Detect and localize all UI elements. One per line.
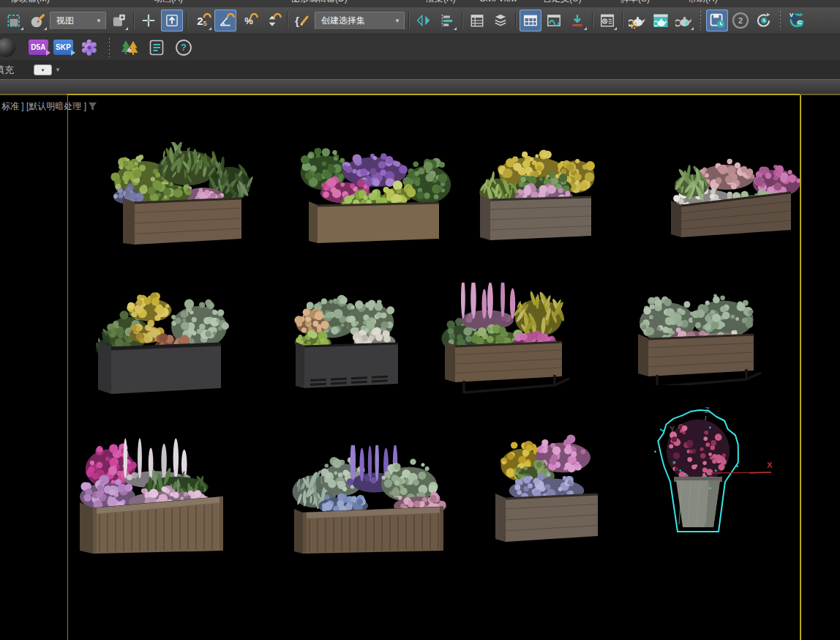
mirror-button[interactable] — [413, 10, 435, 31]
viewport-shading-label[interactable]: 标准 ] [默认明暗处理 ] — [1, 100, 86, 113]
viewport-border-right[interactable] — [800, 95, 801, 640]
vray-v-letter: V — [790, 12, 793, 18]
edit-named-selection-sets-button[interactable]: { — [291, 10, 313, 31]
menu-item-1[interactable]: 动画(A) — [154, 0, 183, 7]
scene-explorer-icon — [469, 12, 485, 29]
planter-12-selected[interactable]: ZYX — [642, 404, 796, 543]
chevron-down-icon: ▼ — [55, 67, 61, 73]
render-setup-teapot-icon — [629, 12, 646, 29]
vray-converter-button[interactable]: V C — [786, 10, 808, 31]
forest-plugin-button[interactable] — [119, 37, 140, 59]
layer-explorer-button[interactable] — [490, 10, 511, 31]
shading-filter-funnel-icon[interactable] — [88, 102, 97, 111]
material-editor-button[interactable] — [596, 10, 618, 31]
autoback-save-button[interactable] — [706, 10, 728, 31]
planter-9[interactable] — [74, 435, 231, 561]
snap-hook-icon — [226, 11, 235, 18]
align-button[interactable] — [436, 10, 458, 31]
spinner-snap-toggle-button[interactable] — [261, 10, 283, 31]
viewport-border-left[interactable] — [67, 95, 68, 640]
svg-text:X: X — [767, 461, 773, 469]
select-and-move-button[interactable] — [138, 10, 160, 31]
reference-coordinate-dropdown[interactable]: 视图 ▼ — [50, 12, 106, 30]
select-and-place-button[interactable] — [26, 10, 48, 31]
help-glyph: ? — [181, 42, 187, 53]
dock-down-arrow-button[interactable] — [566, 10, 588, 31]
d5a-label: D5A — [31, 43, 46, 51]
document-icon — [147, 38, 166, 57]
curve-editor-icon — [546, 12, 562, 29]
populate-bar: 填充 ▾ ▼ — [0, 60, 840, 79]
ribbon-toggle-button[interactable] — [520, 10, 541, 31]
skp-export-button[interactable]: SKP — [53, 40, 73, 55]
toolbar-separator — [187, 12, 187, 29]
menu-item-4[interactable]: Civil View — [479, 0, 517, 7]
up-arrow-icon — [164, 12, 180, 29]
planter-6[interactable] — [288, 289, 405, 397]
use-center-button[interactable] — [108, 10, 130, 31]
rectangular-selection-icon — [6, 12, 22, 29]
planter-7[interactable] — [436, 283, 571, 398]
menu-bar: 修改器(M)动画(A)图形编辑器(D)渲染(R)Civil View自定义(U)… — [0, 0, 840, 7]
plugin-settings-button[interactable] — [78, 37, 100, 59]
toolbar-separator — [592, 12, 593, 29]
move-icon — [140, 12, 157, 29]
autoback-count: 2 — [738, 16, 743, 25]
toolbar-separator — [287, 12, 288, 29]
up-arrow-mode-toggle-button[interactable] — [161, 10, 183, 31]
viewport-canvas: ZYX — [0, 0, 840, 640]
d5a-export-button[interactable]: D5A — [29, 40, 48, 55]
use-center-icon — [110, 12, 127, 29]
ribbon-icon — [522, 12, 539, 29]
selection-set-dropdown[interactable]: 创建选择集 ▼ — [315, 12, 405, 30]
planter-11[interactable] — [490, 431, 603, 546]
toolbar-separator — [462, 12, 462, 29]
chevron-down-icon: ▼ — [96, 18, 102, 24]
snap-hook-icon — [203, 11, 211, 18]
toolbar-dotted-separator — [108, 38, 110, 57]
trees-icon — [120, 38, 139, 57]
angle-snap-toggle-button[interactable] — [214, 10, 236, 31]
rectangular-selection-region-button[interactable] — [3, 10, 25, 31]
menu-item-2[interactable]: 图形编辑器(D) — [291, 0, 348, 7]
menu-item-3[interactable]: 渲染(R) — [426, 0, 456, 7]
planter-3[interactable] — [474, 144, 599, 245]
planter-8[interactable] — [632, 289, 764, 385]
render-production-button[interactable] — [673, 10, 695, 31]
populate-label: 填充 — [0, 64, 14, 77]
planter-2[interactable] — [296, 142, 455, 246]
percent-snap-toggle-button[interactable]: % — [238, 10, 260, 31]
menu-item-7[interactable]: 帮助(H) — [688, 0, 718, 7]
planter-4[interactable] — [668, 144, 807, 243]
snaps-mode-minor: 5 — [203, 20, 207, 27]
skp-label: SKP — [56, 43, 71, 51]
main-toolbar: 视图 ▼ 25 % { — [0, 7, 840, 34]
scene-explorer-button[interactable] — [466, 10, 488, 31]
selection-set-value: 创建选择集 — [321, 15, 365, 27]
rendered-frame-window-button[interactable] — [650, 10, 672, 31]
snaps-toggle-button[interactable]: 25 — [191, 10, 213, 31]
render-setup-button[interactable] — [626, 10, 648, 31]
mirror-icon — [416, 12, 432, 29]
planter-5[interactable] — [91, 289, 233, 400]
populate-dropdown[interactable]: ▾ ▼ — [34, 64, 61, 75]
notes-button[interactable] — [146, 37, 168, 59]
reference-coordinate-value: 视图 — [56, 15, 74, 27]
planter-1[interactable] — [107, 142, 253, 250]
align-icon — [439, 12, 455, 29]
toolbar-separator — [408, 12, 409, 29]
autoback-count-badge[interactable]: 2 — [730, 10, 751, 31]
viewport-border-top-right — [800, 94, 840, 95]
help-button[interactable]: ? — [173, 37, 195, 59]
menu-item-6[interactable]: 脚本(S) — [620, 0, 650, 7]
chevron-down-icon: ▼ — [394, 18, 400, 24]
toolbar-dotted-separator — [700, 11, 702, 30]
curve-editor-button[interactable] — [543, 10, 565, 31]
vray-c-letter: C — [798, 19, 802, 26]
material-ball-icon[interactable] — [0, 38, 15, 57]
restore-autoback-button[interactable] — [753, 10, 775, 31]
menu-item-0[interactable]: 修改器(M) — [10, 0, 50, 7]
menu-item-5[interactable]: 自定义(U) — [543, 0, 582, 7]
planter-10[interactable] — [288, 445, 453, 557]
layer-explorer-icon — [492, 12, 509, 29]
